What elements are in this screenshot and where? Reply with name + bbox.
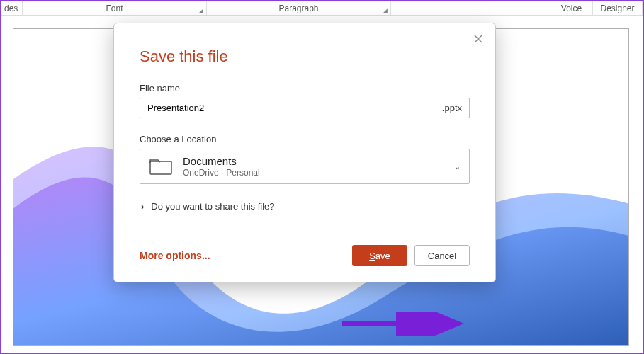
dialog-footer: More options... Save Cancel	[114, 232, 495, 282]
cancel-button[interactable]: Cancel	[414, 245, 470, 266]
ribbon-group-voice[interactable]: Voice	[550, 1, 593, 15]
ribbon-group-paragraph-label: Paragraph	[278, 4, 318, 13]
save-button-rest: ave	[375, 251, 390, 261]
ribbon-group-font-label: Font	[106, 4, 123, 13]
location-path: OneDrive - Personal	[183, 168, 454, 178]
ribbon-group-designer-label: Designer	[600, 4, 634, 13]
file-extension-dropdown[interactable]: .pptx	[436, 103, 462, 113]
ribbon-group-slides-label: des	[4, 4, 18, 13]
share-expander[interactable]: › Do you want to share this file?	[140, 197, 470, 224]
chevron-right-icon: ›	[141, 201, 144, 212]
share-prompt: Do you want to share this file?	[151, 201, 274, 212]
save-dialog: Save this file File name .pptx Choose a …	[113, 23, 496, 282]
filename-label: File name	[140, 83, 470, 93]
filename-row: .pptx	[140, 98, 470, 118]
location-label: Choose a Location	[140, 134, 470, 144]
ribbon-group-designer[interactable]: Designer	[593, 1, 643, 15]
ribbon-bar: des Font ◢ Paragraph ◢ Voice Designer	[1, 1, 643, 16]
save-button[interactable]: Save	[352, 245, 407, 266]
ribbon-group-voice-label: Voice	[561, 4, 582, 13]
close-button[interactable]	[470, 30, 487, 47]
more-options-link[interactable]: More options...	[140, 250, 210, 261]
ribbon-group-paragraph[interactable]: Paragraph ◢	[207, 1, 391, 15]
svg-rect-2	[150, 161, 171, 174]
ribbon-group-font[interactable]: Font ◢	[23, 1, 207, 15]
paragraph-launcher-icon[interactable]: ◢	[383, 7, 388, 14]
chevron-down-icon: ⌄	[454, 162, 461, 171]
filename-input[interactable]	[147, 103, 436, 113]
ribbon-group-blank	[391, 1, 550, 15]
folder-icon	[149, 157, 173, 176]
location-dropdown[interactable]: Documents OneDrive - Personal ⌄	[140, 149, 470, 184]
ribbon-group-slides: des	[1, 1, 23, 15]
font-launcher-icon[interactable]: ◢	[198, 7, 203, 14]
close-icon	[474, 35, 482, 43]
dialog-title: Save this file	[140, 47, 470, 66]
location-name: Documents	[183, 155, 454, 167]
